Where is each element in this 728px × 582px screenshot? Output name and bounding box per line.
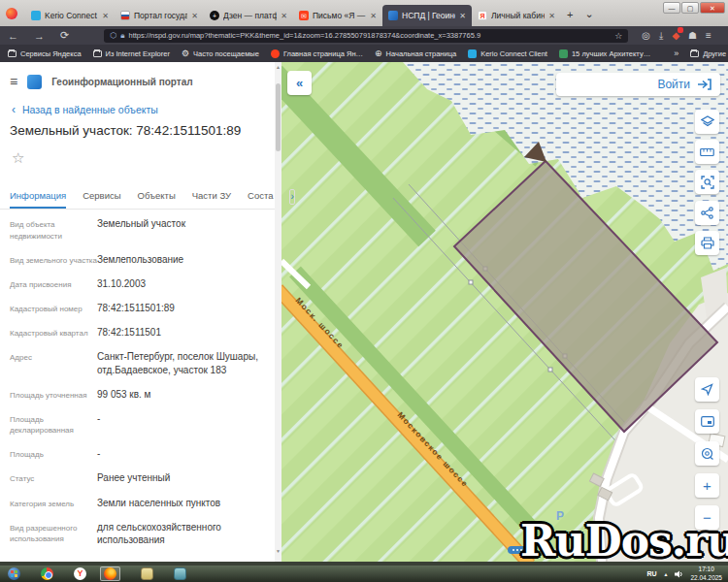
tab-composition[interactable]: Соста — [248, 190, 273, 209]
tracking-shield-icon[interactable]: ⬡ — [110, 31, 116, 40]
tab-close-icon[interactable]: ✕ — [548, 12, 555, 20]
tab-parts[interactable]: Части ЗУ — [192, 190, 231, 209]
tab-lk[interactable]: Я Личный кабинет «П… ✕ — [472, 5, 561, 26]
bookmark-star-icon[interactable]: ☆ — [614, 31, 622, 41]
volume-icon[interactable] — [675, 570, 683, 578]
tab-mail[interactable]: ✉ Письмо «Я — про… ✕ — [293, 5, 382, 26]
taskbar-firefox-active[interactable] — [100, 566, 120, 581]
collapse-panel-button[interactable]: « — [287, 71, 312, 95]
tray-chevron-icon[interactable]: ▲ — [664, 571, 669, 577]
window-maximize-button[interactable]: ▢ — [681, 2, 699, 14]
scroll-up-icon[interactable]: ▲ — [275, 64, 281, 70]
bookmark-folder-ie[interactable]: Из Internet Explorer — [93, 49, 170, 58]
attribute-row: Площадь- — [10, 447, 267, 461]
protections-icon[interactable]: ◎ — [642, 30, 650, 41]
object-title: Земельный участок: 78:42:1511501:89 — [10, 123, 274, 138]
location-arrow-icon — [701, 383, 713, 396]
layers-button[interactable] — [695, 110, 719, 134]
taskbar-yandex-icon[interactable]: Y — [74, 567, 86, 580]
kerio-icon — [468, 49, 477, 58]
taskbar-clock[interactable]: 17:10 22.04.2025 — [690, 566, 722, 581]
attribute-row: Кадастровый квартал78:42:1511501 — [10, 326, 267, 340]
url-text[interactable]: https://nspd.gov.ru/map?thematic=PKK&the… — [128, 31, 611, 40]
account-icon[interactable]: ☗ — [688, 30, 697, 41]
other-bookmarks[interactable]: Другие закладки — [690, 49, 728, 58]
bookmark-folder-yandex[interactable]: Сервисы Яндекса — [8, 49, 82, 58]
attribute-row: Вид разрешенного использованиядля сельск… — [10, 521, 267, 547]
tab-close-icon[interactable]: ✕ — [191, 12, 198, 20]
bookmark-frequent[interactable]: ⚙Часто посещаемые — [182, 48, 259, 58]
bookmark-architects[interactable]: 15 лучших Архитекту… — [559, 49, 650, 58]
login-arrow-icon — [697, 79, 711, 90]
tab-close-icon[interactable]: ✕ — [281, 12, 287, 20]
forward-icon[interactable]: → — [34, 30, 45, 42]
taskbar: Y RU ▲ 17:10 22.04.2025 — [0, 566, 728, 582]
scrollbar-thumb[interactable] — [276, 83, 281, 151]
tab-services[interactable]: Сервисы — [83, 190, 120, 209]
scroll-down-icon[interactable]: ▼ — [275, 548, 281, 554]
window-close-button[interactable]: ✕ — [700, 2, 725, 14]
taskbar-media-icon[interactable] — [174, 567, 186, 580]
bookmark-yandex-home[interactable]: Главная страница Ян… — [271, 49, 363, 58]
share-button[interactable] — [695, 201, 719, 225]
chevron-left-icon: ‹ — [12, 103, 16, 116]
tab-list-button[interactable]: ⌄ — [579, 8, 599, 26]
taskbar-files-icon[interactable] — [141, 567, 153, 580]
firefox-app-icon[interactable] — [6, 8, 17, 19]
zoom-in-button[interactable]: + — [695, 473, 719, 498]
map-graphics: Р Моск. шоссе Московское шоссе — [281, 62, 728, 562]
panel-menu-icon[interactable]: ≡ — [10, 74, 17, 89]
tab-gosportal[interactable]: Портал государств… ✕ — [115, 5, 204, 26]
coordinates-button[interactable] — [695, 441, 719, 466]
favorite-star-icon[interactable]: ☆ — [12, 149, 24, 167]
url-bar[interactable]: ⬡ 🔒︎ https://nspd.gov.ru/map?thematic=PK… — [104, 29, 628, 43]
back-to-results-link[interactable]: ‹ Назад в найденные объекты — [12, 103, 158, 116]
tab-close-icon[interactable]: ✕ — [370, 12, 377, 20]
tab-dzen[interactable]: + Дзен — платформ… ✕ — [204, 5, 293, 26]
downloads-icon[interactable]: ⤓ — [659, 30, 663, 42]
overview-map-button[interactable] — [695, 409, 719, 434]
tab-nspd-active[interactable]: НСПД | Геоинформ… ✕ — [382, 5, 472, 26]
attributes-list: Вид объекта недвижимостиЗемельный участо… — [10, 217, 267, 558]
tab-information[interactable]: Информация — [10, 190, 66, 209]
bookmark-kerio[interactable]: Kerio Connect Client — [468, 49, 547, 58]
extension-icon[interactable]: ◆ — [672, 30, 679, 41]
bookmarks-overflow-icon[interactable]: » — [674, 48, 678, 58]
attribute-row: Дата присвоения31.10.2003 — [10, 277, 267, 291]
tab-close-icon[interactable]: ✕ — [459, 12, 466, 20]
folder-icon — [690, 50, 699, 57]
attribute-row: СтатусРанее учтенный — [10, 471, 267, 485]
my-location-button[interactable] — [695, 377, 719, 402]
ruler-button[interactable] — [695, 140, 719, 164]
bookmark-start-page[interactable]: ⊕Начальная страница — [375, 48, 456, 58]
windows-logo-icon — [11, 570, 17, 577]
reload-icon[interactable]: ⟳ — [60, 29, 69, 42]
tab-kerio[interactable]: Kerio Connect Client ✕ — [25, 5, 115, 26]
date: 22.04.2025 — [690, 574, 722, 582]
attribute-row: Площадь декларированная- — [10, 412, 267, 436]
area-search-button[interactable] — [695, 170, 719, 194]
portal-title: Геоинформационный портал — [51, 77, 192, 87]
tab-close-icon[interactable]: ✕ — [102, 12, 109, 20]
login-button[interactable]: Войти — [556, 73, 720, 96]
start-button[interactable] — [8, 567, 20, 580]
gosportal-favicon — [120, 11, 130, 20]
back-icon[interactable]: ← — [8, 30, 18, 42]
tabs-more-button[interactable]: › — [289, 189, 294, 205]
print-icon — [701, 237, 714, 249]
attribute-row: Площадь уточненная99 053 кв. м — [10, 388, 267, 402]
yandex-favicon: Я — [478, 11, 487, 20]
menu-icon[interactable]: ≡ — [706, 30, 711, 41]
ruler-icon — [700, 147, 714, 157]
map-canvas[interactable]: Р Моск. шоссе Московское шоссе « Войти — [281, 62, 728, 562]
tab-objects[interactable]: Объекты — [138, 190, 176, 209]
language-indicator[interactable]: RU — [646, 570, 656, 577]
browser-tabstrip: Kerio Connect Client ✕ Портал государств… — [0, 0, 728, 26]
mail-favicon: ✉ — [299, 11, 309, 20]
window-minimize-button[interactable]: — — [663, 2, 680, 14]
panel-scrollbar[interactable]: ▲ ▼ — [275, 62, 281, 562]
dzen-favicon: + — [210, 11, 219, 20]
new-tab-button[interactable]: + — [561, 9, 579, 26]
print-button[interactable] — [695, 231, 719, 255]
taskbar-chrome-icon[interactable] — [41, 567, 53, 580]
